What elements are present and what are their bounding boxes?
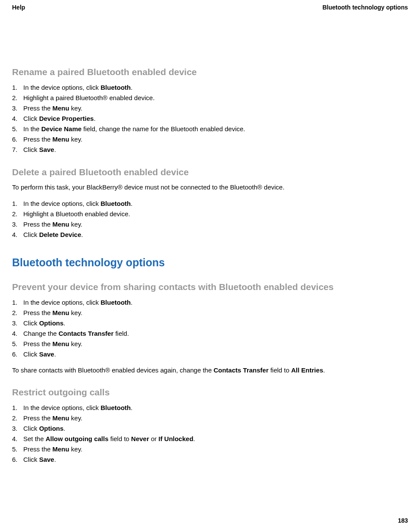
list-item: Press the Menu key. — [12, 444, 408, 454]
delete-intro: To perform this task, your BlackBerry® d… — [12, 183, 408, 192]
restrict-steps: In the device options, click Bluetooth. … — [12, 403, 408, 465]
list-item: Click Save. — [12, 349, 408, 360]
list-item: Change the Contacts Transfer field. — [12, 328, 408, 339]
list-item: Press the Menu key. — [12, 103, 408, 114]
list-item: Highlight a paired Bluetooth® enabled de… — [12, 93, 408, 103]
header-right: Bluetooth technology options — [323, 4, 408, 11]
heading-delete: Delete a paired Bluetooth enabled device — [12, 167, 408, 177]
prevent-steps: In the device options, click Bluetooth. … — [12, 297, 408, 360]
heading-bluetooth-options: Bluetooth technology options — [12, 256, 408, 269]
list-item: Press the Menu key. — [12, 219, 408, 230]
list-item: In the device options, click Bluetooth. — [12, 199, 408, 209]
section-restrict: Restrict outgoing calls In the device op… — [12, 387, 408, 465]
list-item: Press the Menu key. — [12, 308, 408, 318]
list-item: Click Options. — [12, 423, 408, 434]
list-item: In the device options, click Bluetooth. — [12, 82, 408, 93]
heading-rename: Rename a paired Bluetooth enabled device — [12, 67, 408, 77]
list-item: Press the Menu key. — [12, 413, 408, 423]
list-item: Set the Allow outgoing calls field to Ne… — [12, 434, 408, 444]
list-item: Highlight a Bluetooth enabled device. — [12, 209, 408, 219]
heading-prevent: Prevent your device from sharing contact… — [12, 282, 408, 292]
delete-steps: In the device options, click Bluetooth. … — [12, 199, 408, 240]
list-item: Click Save. — [12, 145, 408, 155]
list-item: In the device options, click Bluetooth. — [12, 403, 408, 413]
list-item: Click Device Properties. — [12, 114, 408, 124]
heading-restrict: Restrict outgoing calls — [12, 387, 408, 398]
section-delete: Delete a paired Bluetooth enabled device… — [12, 167, 408, 240]
list-item: Click Save. — [12, 454, 408, 465]
page-header: Help Bluetooth technology options — [12, 0, 408, 11]
prevent-outro: To share contacts with Bluetooth® enable… — [12, 366, 408, 375]
header-left: Help — [12, 4, 25, 11]
list-item: Press the Menu key. — [12, 339, 408, 349]
list-item: Click Delete Device. — [12, 230, 408, 240]
rename-steps: In the device options, click Bluetooth. … — [12, 82, 408, 155]
list-item: Click Options. — [12, 318, 408, 328]
list-item: Press the Menu key. — [12, 134, 408, 145]
page-number: 183 — [398, 517, 408, 524]
page-content: Rename a paired Bluetooth enabled device… — [12, 11, 408, 465]
section-prevent: Prevent your device from sharing contact… — [12, 282, 408, 375]
section-rename: Rename a paired Bluetooth enabled device… — [12, 67, 408, 155]
list-item: In the device options, click Bluetooth. — [12, 297, 408, 308]
list-item: In the Device Name field, change the nam… — [12, 124, 408, 134]
